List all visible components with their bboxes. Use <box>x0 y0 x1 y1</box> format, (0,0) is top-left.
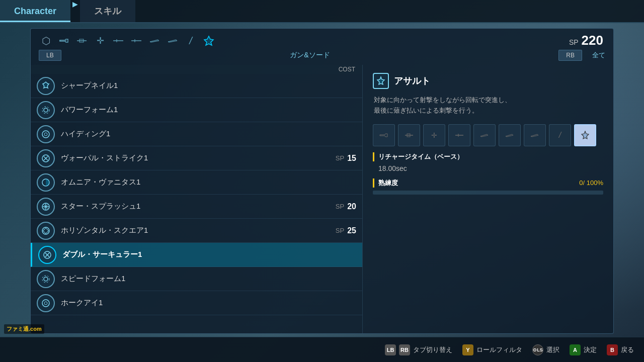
detail-skill-desc: 対象に向かって射撃をしながら回転で突進し、 最後に薙ぎ払いによる刺撃を行う。 <box>373 95 603 116</box>
detail-weapon-2 <box>398 124 420 146</box>
skill-item-3[interactable]: ハイディング1 <box>31 122 362 146</box>
btn-ls: ⊙LS <box>532 344 543 355</box>
skill-name-10: ホークアイ1 <box>61 298 356 308</box>
tab-skill[interactable]: スキル <box>80 0 135 22</box>
detail-weapon-8: / <box>549 124 571 146</box>
skill-name-3: ハイディング1 <box>61 129 356 139</box>
skill-cost-6: SP20 <box>336 202 356 211</box>
skill-item-2[interactable]: パワーフォーム1 <box>31 98 362 122</box>
skill-name-5: オムニア・ヴァニタス1 <box>61 177 356 187</box>
skill-item-8[interactable]: ダブル・サーキュラー1 <box>31 243 362 267</box>
svg-point-21 <box>42 227 49 234</box>
tab-character-label: Character <box>14 6 56 17</box>
skill-item-9[interactable]: スピードフォーム1 <box>31 267 362 291</box>
watermark: ファミ通.com <box>4 324 44 334</box>
svg-point-29 <box>44 302 47 305</box>
skill-item-5[interactable]: オムニア・ヴァニタス1 <box>31 170 362 195</box>
bottom-bar: LB RB タブ切り替え Y ロールフィルタ ⊙LS 選択 A 決定 B 戻る <box>0 337 644 362</box>
skill-name-1: シャープネイル1 <box>61 81 356 90</box>
weapon-icon-rifle2[interactable] <box>111 34 125 48</box>
skill-name-4: ヴォーパル・ストライク1 <box>61 153 336 163</box>
cost-header: COST <box>31 65 362 74</box>
tab-character[interactable]: Character <box>0 0 70 22</box>
skill-icon-7 <box>37 222 55 240</box>
skill-item-1[interactable]: シャープネイル1 <box>31 74 362 98</box>
svg-point-11 <box>44 133 47 136</box>
skill-icon-1 <box>37 77 55 95</box>
svg-point-26 <box>44 277 48 281</box>
btn-y: Y <box>462 344 473 355</box>
weapon-icon-blade1[interactable] <box>147 34 162 48</box>
skill-title-row: アサルト <box>373 73 603 89</box>
control-roll-label: ロールフィルタ <box>476 345 522 354</box>
detail-skill-title: アサルト <box>394 75 430 87</box>
btn-lb: LB <box>385 344 396 355</box>
skill-sp-num: 20 <box>347 202 356 211</box>
detail-weapon-5 <box>473 124 496 146</box>
content-area: COST シャープネイル1パワーフォーム1ハイディング1ヴォーパル・ストライク1… <box>31 65 613 333</box>
skill-icon-9 <box>37 270 55 288</box>
skill-sp-num: 15 <box>347 154 356 163</box>
mastery-bar-bg <box>373 191 603 195</box>
weapon-icon-slash[interactable]: / <box>184 34 198 48</box>
svg-point-9 <box>42 107 49 114</box>
weapon-icon-rifle1[interactable] <box>75 34 89 48</box>
detail-weapon-4 <box>448 124 470 146</box>
detail-weapon-3: ✛ <box>423 124 445 146</box>
skill-item-4[interactable]: ヴォーパル・ストライク1SP15 <box>31 146 362 170</box>
svg-point-27 <box>42 276 49 283</box>
recharge-label: リチャージタイム（ベース） <box>373 152 603 161</box>
skill-list: COST シャープネイル1パワーフォーム1ハイディング1ヴォーパル・ストライク1… <box>31 65 363 333</box>
weapon-icon-hex[interactable]: ⬡ <box>39 34 53 48</box>
tab-separator: ▶ <box>72 0 78 22</box>
tab-bar: Character ▶ スキル <box>0 0 644 23</box>
mastery-block: 熟練度 0/ 100% <box>373 178 603 195</box>
recharge-value: 18.00sec <box>373 164 603 172</box>
control-tab-switch: LB RB タブ切り替え <box>385 344 452 355</box>
mastery-value: 0/ 100% <box>579 179 603 187</box>
skill-name-2: パワーフォーム1 <box>61 105 356 115</box>
svg-marker-7 <box>204 36 213 45</box>
detail-weapon-1 <box>373 124 395 146</box>
svg-point-8 <box>44 108 48 112</box>
mastery-label: 熟練度 <box>373 178 398 188</box>
skill-sp-num: 25 <box>347 226 356 235</box>
filter-rb-button[interactable]: RB <box>558 50 582 61</box>
weapon-icon-special[interactable] <box>202 34 216 48</box>
skill-name-6: スター・スプラッシュ1 <box>61 202 336 211</box>
skill-icon-8 <box>38 246 56 264</box>
svg-point-10 <box>42 131 49 138</box>
skill-icon-2 <box>37 101 55 119</box>
skill-item-10[interactable]: ホークアイ1 <box>31 291 362 315</box>
svg-marker-35 <box>582 131 589 139</box>
skill-sp-label: SP <box>336 227 344 234</box>
control-select-label: 選択 <box>546 345 559 354</box>
main-panel: SP 220 ⬡ ✛ / LB ガン&ソード RB 全て <box>30 28 614 334</box>
control-confirm-label: 決定 <box>584 345 597 354</box>
skill-icon-3 <box>37 125 55 143</box>
svg-rect-22 <box>43 228 48 233</box>
svg-point-28 <box>42 300 49 307</box>
skill-name-9: スピードフォーム1 <box>61 274 356 284</box>
skill-sp-label: SP <box>336 154 344 162</box>
skill-icon-4 <box>37 149 55 167</box>
control-back-label: 戻る <box>621 345 634 354</box>
btn-a: A <box>570 344 581 355</box>
weapon-icon-pistol1[interactable] <box>57 34 71 48</box>
skill-item-6[interactable]: スター・スプラッシュ1SP20 <box>31 195 362 219</box>
weapon-icon-cross[interactable]: ✛ <box>93 34 107 48</box>
skill-icon-10 <box>37 294 55 312</box>
skill-item-7[interactable]: ホリゾンタル・スクエア1SP25 <box>31 219 362 243</box>
weapon-icon-blade2[interactable] <box>166 34 180 48</box>
detail-weapon-6 <box>499 124 521 146</box>
filter-lb-button[interactable]: LB <box>39 50 61 61</box>
icon-toolbar: ⬡ ✛ / <box>31 29 613 48</box>
filter-bar: LB ガン&ソード RB 全て <box>31 48 613 63</box>
detail-weapon-7 <box>524 124 546 146</box>
skill-sp-label: SP <box>336 203 344 210</box>
weapon-icon-rifle3[interactable] <box>129 34 143 48</box>
tab-skill-label: スキル <box>94 5 121 17</box>
filter-center-label: ガン&ソード <box>61 51 559 60</box>
mastery-row: 熟練度 0/ 100% <box>373 178 603 188</box>
detail-weapon-row: ✛ / <box>373 124 603 146</box>
